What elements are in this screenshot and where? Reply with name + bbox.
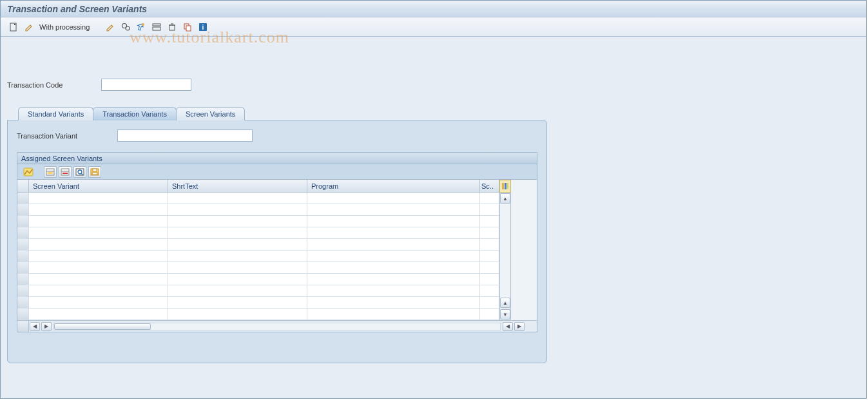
- cell-sc[interactable]: [480, 204, 499, 216]
- edit-icon[interactable]: [104, 21, 117, 33]
- cell-program[interactable]: [307, 262, 480, 274]
- scroll-step-right-icon[interactable]: ◀: [503, 322, 513, 331]
- cell-screen-variant[interactable]: [29, 285, 168, 297]
- table-row[interactable]: [17, 309, 499, 320]
- cell-shrttext[interactable]: [168, 285, 307, 297]
- cell-screen-variant[interactable]: [29, 297, 168, 309]
- cell-sc[interactable]: [480, 285, 499, 297]
- cell-program[interactable]: [307, 251, 480, 262]
- cell-program[interactable]: [307, 297, 480, 309]
- cell-shrttext[interactable]: [168, 193, 307, 204]
- info-icon[interactable]: i: [197, 21, 209, 33]
- insert-row-icon[interactable]: [44, 166, 57, 178]
- cell-shrttext[interactable]: [168, 274, 307, 285]
- scroll-left-icon[interactable]: ◀: [30, 322, 40, 331]
- cell-shrttext[interactable]: [168, 309, 307, 320]
- cell-sc[interactable]: [480, 251, 499, 262]
- delete-row-icon[interactable]: [59, 166, 72, 178]
- cell-program[interactable]: [307, 216, 480, 227]
- table-row[interactable]: [17, 204, 499, 216]
- select-all-icon[interactable]: [21, 166, 37, 178]
- cell-sc[interactable]: [480, 227, 499, 239]
- scroll-up-icon[interactable]: ▲: [500, 193, 510, 204]
- scroll-page-up-icon[interactable]: ▲: [500, 298, 510, 308]
- table-row[interactable]: [17, 274, 499, 285]
- table-row[interactable]: [17, 193, 499, 204]
- cell-screen-variant[interactable]: [29, 216, 168, 227]
- table-row[interactable]: [17, 251, 499, 262]
- scroll-right-icon[interactable]: ▶: [514, 322, 525, 331]
- cell-sc[interactable]: [480, 239, 499, 251]
- cell-screen-variant[interactable]: [29, 309, 168, 320]
- cell-program[interactable]: [307, 309, 480, 320]
- cell-screen-variant[interactable]: [29, 193, 168, 204]
- row-selector[interactable]: [17, 262, 29, 274]
- display-icon[interactable]: [119, 21, 132, 33]
- tab-standard-variants[interactable]: Standard Variants: [18, 107, 93, 120]
- cell-shrttext[interactable]: [168, 239, 307, 251]
- cell-sc[interactable]: [480, 297, 499, 309]
- cell-screen-variant[interactable]: [29, 227, 168, 239]
- cell-shrttext[interactable]: [168, 204, 307, 216]
- table-row[interactable]: [17, 297, 499, 309]
- grid-header-screen-variant[interactable]: Screen Variant: [29, 180, 168, 193]
- overview-icon[interactable]: [150, 21, 163, 33]
- cell-shrttext[interactable]: [168, 297, 307, 309]
- scroll-step-left-icon[interactable]: ▶: [41, 322, 52, 331]
- scroll-down-icon[interactable]: ▼: [500, 309, 510, 319]
- hscroll-thumb[interactable]: [54, 323, 151, 330]
- tab-screen-variants[interactable]: Screen Variants: [176, 107, 245, 120]
- cell-sc[interactable]: [480, 262, 499, 274]
- save-icon[interactable]: [88, 166, 101, 178]
- cell-shrttext[interactable]: [168, 262, 307, 274]
- change-icon[interactable]: [23, 21, 35, 33]
- cell-program[interactable]: [307, 274, 480, 285]
- row-selector[interactable]: [17, 297, 29, 309]
- row-selector[interactable]: [17, 239, 29, 251]
- row-selector[interactable]: [17, 274, 29, 285]
- table-row[interactable]: [17, 285, 499, 297]
- table-row[interactable]: [17, 216, 499, 227]
- transaction-code-input[interactable]: [101, 79, 191, 91]
- vertical-scrollbar[interactable]: ▲ ▲ ▼: [499, 193, 511, 320]
- cell-shrttext[interactable]: [168, 227, 307, 239]
- grid-header-sc[interactable]: Sc..: [480, 180, 499, 193]
- row-selector[interactable]: [17, 204, 29, 216]
- row-selector[interactable]: [17, 251, 29, 262]
- table-row[interactable]: [17, 262, 499, 274]
- cell-program[interactable]: [307, 285, 480, 297]
- row-selector[interactable]: [17, 193, 29, 204]
- cell-shrttext[interactable]: [168, 216, 307, 227]
- row-selector[interactable]: [17, 227, 29, 239]
- copy-icon[interactable]: [181, 21, 194, 33]
- cell-sc[interactable]: [480, 309, 499, 320]
- cell-program[interactable]: [307, 239, 480, 251]
- hscroll-track[interactable]: [53, 323, 501, 330]
- grid-header-program[interactable]: Program: [307, 180, 480, 193]
- test-icon[interactable]: [135, 21, 148, 33]
- cell-screen-variant[interactable]: [29, 262, 168, 274]
- table-row[interactable]: [17, 227, 499, 239]
- row-selector[interactable]: [17, 309, 29, 320]
- row-selector[interactable]: [17, 216, 29, 227]
- cell-program[interactable]: [307, 193, 480, 204]
- table-row[interactable]: [17, 239, 499, 251]
- cell-shrttext[interactable]: [168, 251, 307, 262]
- cell-program[interactable]: [307, 227, 480, 239]
- cell-screen-variant[interactable]: [29, 251, 168, 262]
- cell-sc[interactable]: [480, 193, 499, 204]
- grid-header-shrttext[interactable]: ShrtText: [168, 180, 307, 193]
- column-config-icon[interactable]: [499, 180, 511, 193]
- delete-icon[interactable]: [166, 21, 178, 33]
- cell-sc[interactable]: [480, 274, 499, 285]
- vscroll-track[interactable]: [500, 204, 510, 298]
- cell-sc[interactable]: [480, 216, 499, 227]
- cell-screen-variant[interactable]: [29, 204, 168, 216]
- cell-screen-variant[interactable]: [29, 274, 168, 285]
- tab-transaction-variants[interactable]: Transaction Variants: [93, 107, 177, 120]
- grid-header-rowsel[interactable]: [17, 180, 29, 193]
- detail-view-icon[interactable]: [73, 166, 86, 178]
- horizontal-scrollbar[interactable]: ◀ ▶ ◀ ▶: [17, 320, 537, 332]
- cell-screen-variant[interactable]: [29, 239, 168, 251]
- cell-program[interactable]: [307, 204, 480, 216]
